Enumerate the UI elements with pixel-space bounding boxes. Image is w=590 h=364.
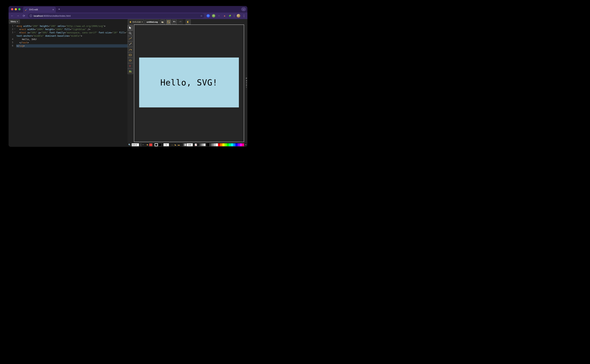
zoom-input[interactable] — [132, 143, 139, 146]
palette-swatch[interactable] — [209, 143, 211, 146]
palette-more-icon[interactable]: ▼ — [245, 144, 247, 146]
gutter-4: 4 — [8, 38, 14, 41]
theme-toggle-button[interactable] — [186, 20, 191, 25]
svg-marker-0 — [129, 21, 132, 23]
palette-swatch[interactable] — [220, 143, 222, 146]
svg-rendered-text: Hello, SVG! — [161, 78, 218, 87]
gutter-5: 5 — [8, 41, 14, 44]
close-tab-button[interactable]: × — [53, 8, 54, 11]
stroke-preview — [154, 143, 158, 146]
zoom-spinner[interactable]: ▲▼ — [140, 143, 142, 146]
svg-text:T: T — [129, 65, 131, 67]
close-window-button[interactable] — [11, 8, 13, 10]
palette-swatch[interactable] — [231, 143, 233, 146]
wireframe-button[interactable] — [166, 20, 171, 25]
fill-bucket-icon — [146, 143, 149, 146]
browser-address-bar: ← → ⟳ i localhost:8000/src/editor/index.… — [8, 13, 248, 19]
image-tool[interactable] — [127, 69, 133, 74]
url-host: localhost — [34, 14, 43, 17]
code-text-content: Hello, SVG! — [22, 38, 37, 41]
extension-shield-icon[interactable]: 🛡 — [207, 14, 210, 17]
opacity-input[interactable] — [187, 143, 193, 146]
svg-editor-panel: SVG-Edit ▼ untitled.svg svg — [127, 19, 248, 147]
address-input[interactable]: i localhost:8000/src/editor/index.html ☆ — [28, 13, 204, 18]
tool-palette: T — [127, 25, 133, 74]
redo-button[interactable] — [178, 20, 183, 25]
maximize-window-button[interactable] — [18, 8, 20, 10]
extension-diamond-icon[interactable]: ◈ — [223, 14, 226, 17]
palette-swatch[interactable] — [225, 143, 227, 146]
fill-group — [146, 143, 152, 146]
traffic-lights — [10, 8, 22, 10]
bookmark-star-icon[interactable]: ☆ — [200, 14, 202, 17]
url-path: :8000/src/editor/index.html — [43, 14, 70, 17]
opacity-group — [182, 143, 193, 146]
palette-swatch[interactable] — [227, 143, 229, 146]
tabs-dropdown-button[interactable]: ⌄ — [241, 7, 246, 11]
fill-color-swatch[interactable] — [149, 143, 152, 146]
palette-swatch[interactable] — [238, 143, 240, 146]
nav-forward-button[interactable]: → — [16, 14, 20, 18]
pencil-tool[interactable] — [127, 36, 133, 41]
extension-dim-icon[interactable]: ✳ — [217, 14, 221, 17]
extension-round-icon[interactable]: ᴸᴰ — [212, 14, 215, 17]
tab-favicon-icon: 🖌️ — [25, 8, 28, 11]
source-edit-button[interactable]: svg — [160, 20, 165, 25]
zoom-tool[interactable] — [127, 31, 133, 36]
gutter-3b — [8, 34, 14, 38]
stroke-dash-select[interactable]: — — [171, 143, 174, 146]
palette-swatch[interactable] — [233, 143, 235, 146]
zoom-dropdown[interactable]: ▼ — [142, 144, 144, 145]
palette-swatch[interactable] — [207, 143, 209, 146]
line-tool[interactable] — [127, 41, 133, 47]
svg-canvas[interactable]: Hello, SVG! — [139, 58, 239, 107]
palette-swatch[interactable] — [235, 143, 238, 146]
browser-window: 🖌️ SVG-edit × + ⌄ ← → ⟳ i localhost:8000… — [8, 6, 248, 147]
svg-line-5 — [131, 33, 132, 34]
code-panel: Menu ▼ 1▾<svg width="200" height="100" x… — [8, 19, 127, 147]
stroke-linejoin-select[interactable]: ◣ — [174, 143, 177, 146]
palette-swatch[interactable] — [216, 143, 218, 146]
profile-avatar[interactable] — [237, 14, 240, 18]
browser-menu-button[interactable]: ⋮ — [242, 14, 246, 18]
palette-swatch[interactable] — [218, 143, 220, 146]
undo-button[interactable] — [172, 20, 177, 25]
right-panel-handle[interactable]: Panel — [246, 78, 247, 88]
gutter-3: 3 — [8, 31, 14, 34]
palette-swatch[interactable] — [242, 143, 244, 146]
gutter-1: 1 — [8, 25, 14, 28]
minimize-window-button[interactable] — [15, 8, 17, 10]
svg-edit-brand-button[interactable]: SVG-Edit ▼ — [128, 20, 144, 25]
palette-swatch[interactable] — [222, 143, 225, 146]
select-tool[interactable] — [127, 25, 133, 31]
ellipse-tool[interactable] — [127, 58, 133, 63]
code-editor[interactable]: 1▾<svg width="200" height="100" xmlns="h… — [8, 25, 127, 147]
menu-button[interactable]: Menu ▼ — [9, 20, 20, 24]
rect-tool[interactable] — [127, 52, 133, 58]
caret-down-icon: ▼ — [141, 21, 143, 23]
nav-back-button[interactable]: ← — [10, 14, 14, 18]
stroke-width-input[interactable] — [163, 143, 169, 146]
stroke-color-swatch[interactable] — [158, 143, 161, 146]
palette-swatch[interactable] — [211, 143, 214, 146]
new-tab-button[interactable]: + — [57, 7, 61, 12]
palette-no-color[interactable] — [195, 143, 197, 146]
canvas-viewport[interactable]: Hello, SVG! — [134, 25, 244, 142]
palette-grayscale[interactable] — [198, 143, 206, 146]
palette-swatch[interactable] — [214, 143, 216, 146]
palette-swatch[interactable] — [240, 143, 242, 146]
path-tool[interactable] — [127, 47, 133, 52]
extensions-puzzle-icon[interactable]: 🧩 — [228, 14, 232, 17]
stroke-linecap-select[interactable]: ▬ — [177, 143, 180, 146]
site-info-icon[interactable]: i — [30, 14, 32, 17]
zoom-icon: 🔍 — [128, 143, 131, 146]
gutter-6: 6 — [8, 44, 14, 47]
bottom-status-bar: 🔍 ▲▼ ▼ — — [127, 143, 248, 147]
text-tool[interactable]: T — [127, 63, 133, 69]
stroke-group — [154, 143, 161, 146]
nav-reload-button[interactable]: ⟳ — [22, 14, 26, 18]
svg-rect-8 — [129, 54, 131, 56]
menu-label: Menu — [11, 20, 16, 23]
palette-swatch[interactable] — [229, 143, 231, 146]
browser-tab[interactable]: 🖌️ SVG-edit × — [23, 7, 56, 13]
